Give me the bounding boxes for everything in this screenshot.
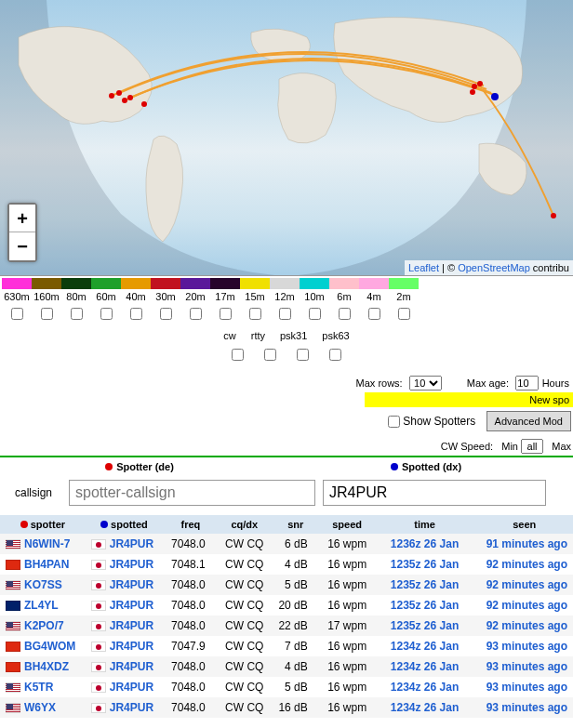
band-checkbox-10m[interactable]: [309, 308, 321, 320]
speed-cell: 16 wpm: [321, 636, 374, 656]
cw-speed-row: CW Speed: Min Max: [0, 435, 573, 456]
freq-cell: 7048.0: [163, 677, 219, 697]
band-label: 2m: [389, 289, 419, 304]
table-row: BG4WOM JR4PUR 7047.9 CW CQ 7 dB 16 wpm 1…: [0, 636, 573, 656]
col-seen[interactable]: seen: [476, 515, 573, 534]
spotter-link[interactable]: ZL4YL: [24, 599, 59, 612]
spotted-link[interactable]: JR4PUR: [110, 701, 153, 714]
maxage-unit: Hours: [542, 377, 569, 389]
map-panel[interactable]: + − Leaflet | © OpenStreetMap contribu: [0, 0, 573, 276]
mode-checkbox-cw[interactable]: [232, 349, 244, 361]
spotter-link[interactable]: BH4XDZ: [24, 660, 69, 673]
time-link[interactable]: 1234z 26 Jan: [391, 660, 459, 673]
spotted-link[interactable]: JR4PUR: [110, 537, 153, 550]
mode-checkbox-psk63[interactable]: [329, 349, 341, 361]
band-swatch-10m: [300, 278, 329, 289]
band-swatch-30m: [151, 278, 180, 289]
spotted-link[interactable]: JR4PUR: [110, 578, 153, 591]
col-freq[interactable]: freq: [163, 515, 219, 534]
show-spotters-checkbox[interactable]: [388, 416, 400, 428]
spotter-link[interactable]: W6YX: [24, 701, 56, 714]
time-link[interactable]: 1234z 26 Jan: [391, 701, 459, 714]
cwspeed-min-input[interactable]: [521, 439, 543, 454]
band-label: 80m: [61, 289, 91, 304]
spotter-link[interactable]: N6WIN-7: [24, 537, 70, 550]
spotter-link[interactable]: K2PO/7: [24, 619, 64, 632]
spotted-link[interactable]: JR4PUR: [110, 681, 153, 694]
spotter-link[interactable]: BG4WOM: [24, 640, 75, 653]
band-checkbox-30m[interactable]: [160, 308, 172, 320]
leaflet-link[interactable]: Leaflet: [408, 262, 439, 273]
band-swatch-17m: [210, 278, 240, 289]
svg-point-2: [122, 98, 127, 103]
mode-label-psk63: psk63: [322, 330, 349, 341]
spotted-link[interactable]: JR4PUR: [110, 599, 153, 612]
snr-cell: 5 dB: [271, 575, 321, 595]
freq-cell: 7047.9: [163, 636, 219, 656]
band-checkbox-630m[interactable]: [11, 308, 23, 320]
col-snr[interactable]: snr: [271, 515, 321, 534]
time-link[interactable]: 1235z 26 Jan: [391, 578, 459, 591]
col-spotted[interactable]: spotted: [86, 515, 163, 534]
osm-link[interactable]: OpenStreetMap: [458, 262, 530, 273]
speed-cell: 17 wpm: [321, 615, 374, 636]
spotted-link[interactable]: JR4PUR: [110, 660, 153, 673]
time-link[interactable]: 1235z 26 Jan: [391, 619, 459, 632]
spotter-link[interactable]: KO7SS: [24, 578, 62, 591]
freq-cell: 7048.1: [163, 554, 219, 575]
seen-cell: 92 minutes ago: [476, 615, 573, 636]
svg-point-8: [551, 213, 556, 218]
zoom-in-button[interactable]: +: [9, 205, 35, 232]
band-label: 160m: [32, 289, 61, 304]
svg-point-7: [470, 89, 475, 95]
spotted-callsign-input[interactable]: [323, 480, 546, 506]
mode-checkbox-rtty[interactable]: [264, 349, 276, 361]
maxage-input[interactable]: [515, 376, 539, 390]
spotted-link[interactable]: JR4PUR: [110, 640, 153, 653]
zoom-out-button[interactable]: −: [9, 232, 35, 260]
time-link[interactable]: 1235z 26 Jan: [391, 599, 459, 612]
snr-cell: 5 dB: [271, 677, 321, 697]
band-checkbox-40m[interactable]: [130, 308, 142, 320]
spotter-link[interactable]: BH4PAN: [24, 558, 69, 571]
band-checkbox-80m[interactable]: [71, 308, 83, 320]
mode-checkbox-psk31[interactable]: [297, 349, 309, 361]
time-link[interactable]: 1236z 26 Jan: [391, 537, 459, 550]
band-checkbox-6m[interactable]: [339, 308, 351, 320]
band-checkbox-17m[interactable]: [220, 308, 232, 320]
time-link[interactable]: 1234z 26 Jan: [391, 681, 459, 694]
spotted-link[interactable]: JR4PUR: [110, 558, 153, 571]
maxrows-select[interactable]: 10: [409, 376, 442, 390]
time-link[interactable]: 1235z 26 Jan: [391, 558, 459, 571]
band-checkbox-4m[interactable]: [368, 308, 380, 320]
spotted-link[interactable]: JR4PUR: [110, 619, 153, 632]
advanced-mode-button[interactable]: Advanced Mod: [486, 411, 571, 431]
cq-cell: CW CQ: [219, 575, 271, 595]
freq-cell: 7048.0: [163, 656, 219, 677]
freq-cell: 7048.0: [163, 697, 219, 718]
spotter-callsign-input[interactable]: [69, 480, 315, 506]
time-link[interactable]: 1234z 26 Jan: [391, 640, 459, 653]
new-spots-banner[interactable]: New spo: [365, 392, 573, 407]
band-checkbox-60m[interactable]: [100, 308, 113, 320]
mode-label-psk31: psk31: [280, 330, 307, 341]
blue-dot-icon: [391, 463, 398, 470]
band-swatch-6m: [329, 278, 359, 289]
band-swatch-80m: [61, 278, 91, 289]
band-checkbox-160m[interactable]: [41, 308, 53, 320]
col-time[interactable]: time: [374, 515, 476, 534]
col-speed[interactable]: speed: [321, 515, 374, 534]
band-checkbox-20m[interactable]: [190, 308, 202, 320]
band-checkbox-15m[interactable]: [249, 308, 261, 320]
spotter-link[interactable]: K5TR: [24, 681, 53, 694]
col-cqdx[interactable]: cq/dx: [219, 515, 271, 534]
mode-label-rtty: rtty: [251, 330, 265, 341]
table-row: K5TR JR4PUR 7048.0 CW CQ 5 dB 16 wpm 123…: [0, 677, 573, 697]
flag-icon: [91, 621, 106, 631]
col-spotter[interactable]: spotter: [0, 515, 86, 534]
mode-labels: cwrttypsk31psk63: [0, 328, 573, 343]
band-checkbox-2m[interactable]: [398, 308, 410, 320]
flag-icon: [91, 580, 106, 590]
band-checkbox-12m[interactable]: [279, 308, 291, 320]
seen-cell: 92 minutes ago: [476, 575, 573, 595]
